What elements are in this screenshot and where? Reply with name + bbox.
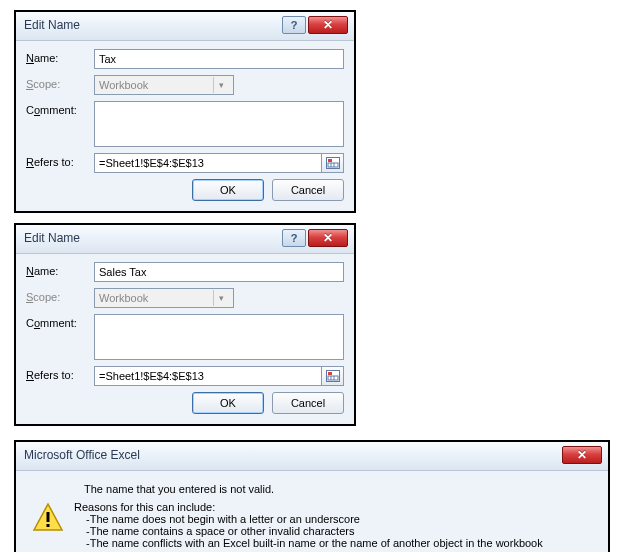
dialog-title: Edit Name <box>24 231 282 245</box>
comment-input[interactable] <box>94 314 344 360</box>
chevron-down-icon: ▾ <box>213 77 229 93</box>
comment-label: Comment: <box>26 101 94 116</box>
comment-label: Comment: <box>26 314 94 329</box>
close-button[interactable]: ✕ <box>562 446 602 464</box>
comment-input[interactable] <box>94 101 344 147</box>
help-button[interactable]: ? <box>282 229 306 247</box>
close-button[interactable]: ✕ <box>308 229 348 247</box>
edit-name-dialog-1: Edit Name ? ✕ Name: Scope: Workbook ▾ Co… <box>14 10 356 213</box>
error-main-text: The name that you entered is not valid. <box>84 483 592 495</box>
name-input[interactable] <box>94 49 344 69</box>
name-input[interactable] <box>94 262 344 282</box>
reason-2: -The name contains a space or other inva… <box>86 525 592 537</box>
titlebar: Edit Name ? ✕ <box>16 12 354 41</box>
scope-combo: Workbook ▾ <box>94 75 234 95</box>
error-reasons: Reasons for this can include: -The name … <box>74 501 592 549</box>
reason-1: -The name does not begin with a letter o… <box>86 513 592 525</box>
scope-combo: Workbook ▾ <box>94 288 234 308</box>
scope-label: Scope: <box>26 288 94 303</box>
reason-3: -The name conflicts with an Excel built-… <box>86 537 592 549</box>
chevron-down-icon: ▾ <box>213 290 229 306</box>
titlebar: Edit Name ? ✕ <box>16 225 354 254</box>
cancel-button[interactable]: Cancel <box>272 179 344 201</box>
close-button[interactable]: ✕ <box>308 16 348 34</box>
ok-button[interactable]: OK <box>192 392 264 414</box>
ok-button[interactable]: OK <box>192 179 264 201</box>
name-label: Name: <box>26 262 94 277</box>
edit-name-dialog-2: Edit Name ? ✕ Name: Scope: Workbook ▾ Co… <box>14 223 356 426</box>
help-button[interactable]: ? <box>282 16 306 34</box>
error-message-dialog: Microsoft Office Excel ✕ The name that y… <box>14 440 610 552</box>
dialog-title: Microsoft Office Excel <box>24 448 562 462</box>
scope-label: Scope: <box>26 75 94 90</box>
range-selector-icon <box>326 370 340 382</box>
range-selector-button[interactable] <box>321 154 343 172</box>
range-selector-icon <box>326 157 340 169</box>
titlebar: Microsoft Office Excel ✕ <box>16 442 608 471</box>
reasons-header: Reasons for this can include: <box>74 501 592 513</box>
svg-rect-6 <box>328 372 332 375</box>
svg-rect-12 <box>47 524 50 527</box>
scope-value: Workbook <box>99 292 148 304</box>
refers-to-label: Refers to: <box>26 153 94 168</box>
refers-to-input[interactable] <box>95 367 321 385</box>
refers-to-input[interactable] <box>95 154 321 172</box>
svg-rect-1 <box>328 159 332 162</box>
cancel-button[interactable]: Cancel <box>272 392 344 414</box>
refers-to-label: Refers to: <box>26 366 94 381</box>
range-selector-button[interactable] <box>321 367 343 385</box>
warning-icon <box>32 501 64 533</box>
dialog-title: Edit Name <box>24 18 282 32</box>
scope-value: Workbook <box>99 79 148 91</box>
name-label: Name: <box>26 49 94 64</box>
svg-rect-11 <box>47 512 50 522</box>
